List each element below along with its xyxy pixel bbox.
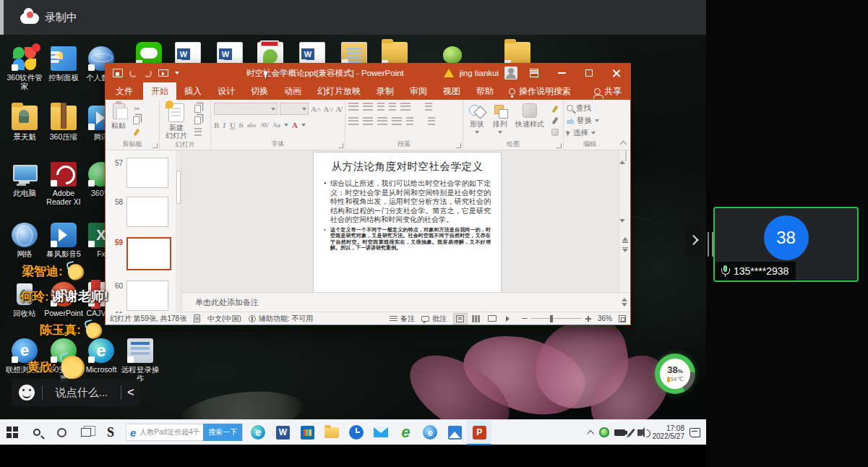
reset-icon[interactable]	[192, 116, 203, 125]
emoji-icon[interactable]	[19, 385, 35, 400]
slide-thumbnail-panel[interactable]: 57 58 59 60 61	[106, 150, 182, 313]
language-indicator[interactable]: 中文(中国)	[207, 314, 241, 324]
shape-effects-icon[interactable]	[549, 127, 560, 137]
zoom-in-icon[interactable]	[585, 316, 591, 322]
desktop-icon-360zip[interactable]: 360压缩	[43, 106, 84, 141]
find-button[interactable]: 查找	[567, 103, 591, 113]
decrease-indent-icon[interactable]	[377, 103, 384, 111]
dialog-launcher[interactable]	[456, 143, 461, 148]
notes-scroll-arrows[interactable]	[619, 298, 630, 307]
task-view-button[interactable]	[74, 420, 98, 445]
replace-button[interactable]: 替换	[567, 115, 599, 126]
dropdown-caret[interactable]	[301, 124, 306, 127]
account-name[interactable]: jing tiankui	[460, 69, 499, 77]
numbering-icon[interactable]	[363, 103, 373, 111]
bold-icon[interactable]: B	[214, 121, 219, 129]
spellcheck-indicator[interactable]	[194, 314, 200, 322]
align-right-icon[interactable]	[377, 117, 387, 125]
tab-animations[interactable]: 动画	[276, 82, 309, 100]
text-direction-icon[interactable]	[425, 103, 432, 111]
bullets-icon[interactable]	[348, 103, 358, 111]
scroll-down-icon[interactable]	[619, 219, 625, 233]
quick-styles-button[interactable]: 快速样式	[512, 103, 547, 130]
avatar[interactable]	[504, 67, 517, 80]
font-size-combobox[interactable]	[280, 103, 309, 115]
strikethrough-icon[interactable]: S	[239, 121, 244, 129]
new-slide-button[interactable]: 新建幻灯片	[163, 103, 190, 140]
italic-icon[interactable]: I	[223, 121, 225, 129]
system-gauge[interactable]: 38% 54℃	[655, 354, 695, 394]
columns-icon[interactable]	[406, 117, 413, 125]
clear-format-icon[interactable]: A̸	[335, 105, 341, 113]
tray-clock[interactable]: 17:08 2022/5/27	[647, 424, 685, 440]
tab-home[interactable]: 开始	[143, 82, 176, 100]
tab-design[interactable]: 设计	[210, 82, 243, 100]
change-case-icon[interactable]: Aa	[272, 121, 280, 129]
paste-button[interactable]: 粘贴	[108, 103, 129, 132]
shape-outline-icon[interactable]	[549, 116, 560, 125]
desktop-icon-control-panel[interactable]: 控制面板	[43, 46, 84, 82]
section-icon[interactable]	[192, 127, 203, 137]
ribbon-display-button[interactable]	[523, 64, 545, 82]
dropdown-caret[interactable]	[284, 124, 288, 127]
taskbar-360-browser[interactable]: e	[418, 420, 442, 445]
taskbar-edge[interactable]	[246, 420, 270, 445]
tab-insert[interactable]: 插入	[176, 82, 210, 100]
notes-pane[interactable]: 单击此处添加备注	[182, 292, 630, 312]
slide-counter[interactable]: 幻灯片 第59张, 共178张	[110, 314, 186, 324]
slide-59[interactable]: 从方法论角度对时空社会学定义 综合以上所述，我们可以给出时空社会学的如下定义：时…	[314, 153, 501, 294]
chat-input-bar[interactable]: 说点什么... <	[12, 379, 140, 406]
action-center-icon[interactable]	[689, 428, 700, 437]
cortana-button[interactable]	[49, 420, 74, 445]
desktop-icon-edge[interactable]: Microsoft	[81, 338, 121, 374]
maximize-button[interactable]	[578, 64, 600, 82]
layout-icon[interactable]	[192, 104, 203, 113]
justify-icon[interactable]	[392, 117, 402, 125]
slide-vertical-scrollbar[interactable]	[619, 150, 630, 294]
fit-to-window-icon[interactable]	[619, 315, 626, 322]
hot-search-text[interactable]: 人教Pad定价超4千	[139, 427, 203, 437]
align-center-icon[interactable]	[363, 117, 373, 125]
desktop-icon-adobe-reader[interactable]: Adobe Reader XI	[43, 162, 84, 206]
ppt-titlebar[interactable]: 时空社会学概论ppt[兼容模式] - PowerPoint jing tiank…	[106, 64, 630, 82]
tab-help[interactable]: 帮助	[468, 82, 502, 100]
taskbar-word[interactable]: W	[270, 420, 295, 445]
desktop-icon-360-software[interactable]: 360软件管家	[4, 46, 45, 90]
zoom-slider-thumb[interactable]	[550, 315, 553, 322]
tell-me-search[interactable]: 操作说明搜索	[502, 82, 578, 100]
taskbar-store[interactable]	[295, 420, 319, 445]
shapes-button[interactable]: 形状	[466, 103, 488, 134]
tray-pen-icon[interactable]	[627, 428, 635, 437]
desktop-icon-storm-player[interactable]: 暴风影音5	[43, 223, 84, 258]
zoom-level[interactable]: 36%	[598, 314, 612, 322]
tab-transitions[interactable]: 切换	[243, 82, 276, 100]
thumbnail-60[interactable]: 60	[111, 280, 168, 311]
taskbar-search-button[interactable]	[25, 420, 49, 445]
zoom-out-icon[interactable]	[522, 318, 528, 320]
font-color-icon[interactable]: A	[292, 121, 298, 129]
comments-toggle[interactable]: 批注	[421, 314, 447, 324]
chat-collapse-arrow[interactable]: <	[121, 386, 140, 399]
desktop-icon-this-pc[interactable]: 此电脑	[4, 162, 45, 197]
tab-view[interactable]: 视图	[435, 82, 468, 100]
format-painter-icon[interactable]	[131, 127, 142, 137]
search-go-button[interactable]: 搜索一下	[203, 424, 242, 441]
taskbar-photos[interactable]	[442, 420, 467, 445]
taskbar-alarms[interactable]	[344, 420, 369, 445]
tray-overflow-icon[interactable]	[587, 429, 594, 437]
participant-video-tile[interactable]: 38 135****2938	[713, 207, 859, 282]
tab-review[interactable]: 审阅	[402, 82, 435, 100]
shape-fill-icon[interactable]	[549, 104, 560, 113]
copy-icon[interactable]	[131, 116, 142, 125]
convert-smartart-icon[interactable]	[428, 117, 435, 125]
panel-drag-handle[interactable]	[708, 232, 713, 257]
accessibility-indicator[interactable]: 辅助功能: 不可用	[249, 314, 314, 324]
minimize-button[interactable]	[551, 64, 572, 82]
taskbar-ie[interactable]: e	[393, 420, 418, 445]
slideshow-view-button[interactable]	[501, 313, 515, 325]
shadow-icon[interactable]: abc	[247, 121, 257, 129]
taskbar-powerpoint-active[interactable]: P	[467, 420, 491, 445]
taskbar-search-widget[interactable]: e 人教Pad定价超4千 搜索一下	[126, 424, 243, 441]
360-safeguard-button[interactable]: S	[98, 420, 123, 445]
grow-font-icon[interactable]: A˄	[311, 105, 321, 113]
